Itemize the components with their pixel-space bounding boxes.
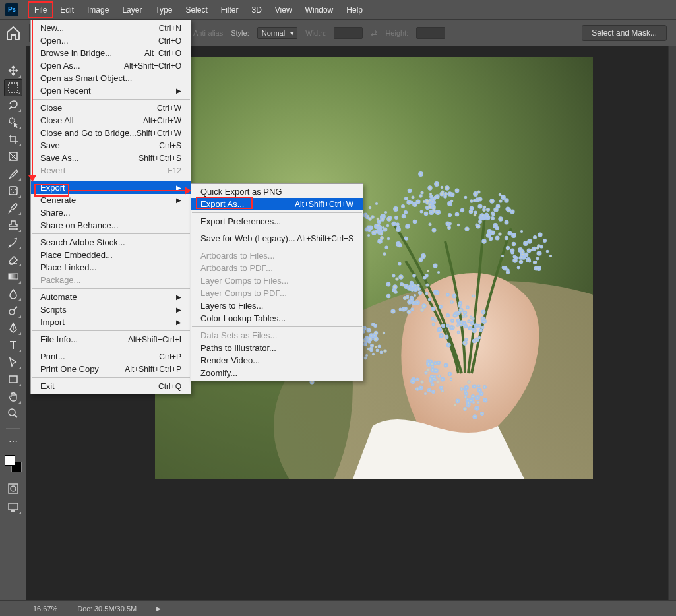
menu-filter[interactable]: Filter — [214, 1, 245, 18]
menu-3d[interactable]: 3D — [245, 1, 268, 18]
file-menu-open[interactable]: Open...Ctrl+O — [31, 34, 191, 47]
file-menu-save-as[interactable]: Save As...Shift+Ctrl+S — [31, 152, 191, 164]
svg-point-776 — [464, 312, 466, 313]
file-menu-new[interactable]: New...Ctrl+N — [31, 22, 191, 34]
export-menu-artboards-to-pdf: Artboards to PDF... — [191, 262, 363, 274]
export-menu-quick-export-as-png[interactable]: Quick Export as PNG — [191, 185, 363, 198]
menu-image[interactable]: Image — [80, 1, 115, 18]
file-menu-browse-in-bridge[interactable]: Browse in Bridge...Alt+Ctrl+O — [31, 47, 191, 59]
svg-point-288 — [446, 187, 448, 189]
svg-point-122 — [388, 238, 389, 239]
dodge-tool[interactable] — [4, 302, 22, 319]
menu-edit[interactable]: Edit — [53, 1, 80, 18]
file-menu-place-embedded[interactable]: Place Embedded... — [31, 249, 191, 261]
zoom-level[interactable]: 16.67% — [33, 605, 57, 613]
svg-point-768 — [472, 323, 473, 324]
color-swatches[interactable] — [5, 455, 22, 472]
quickmask-icon[interactable] — [4, 480, 22, 497]
lasso-tool[interactable] — [4, 96, 22, 113]
svg-point-446 — [503, 197, 504, 198]
export-menu-color-lookup-tables[interactable]: Color Lookup Tables... — [191, 312, 363, 324]
svg-point-592 — [408, 311, 410, 313]
export-menu-zoomify[interactable]: Zoomify... — [191, 367, 363, 379]
frame-tool[interactable] — [4, 148, 22, 165]
screenmode-icon[interactable] — [4, 499, 22, 516]
file-menu-print[interactable]: Print...Ctrl+P — [31, 350, 191, 363]
export-menu-render-video[interactable]: Render Video... — [191, 354, 363, 367]
svg-point-322 — [431, 196, 432, 197]
export-menu-export-preferences[interactable]: Export Preferences... — [191, 215, 363, 228]
svg-point-566 — [409, 301, 410, 303]
export-menu-layers-to-files[interactable]: Layers to Files... — [191, 299, 363, 312]
file-menu-export[interactable]: Export▶ — [31, 181, 191, 194]
blur-tool[interactable] — [4, 285, 22, 302]
svg-point-1068 — [485, 400, 486, 401]
svg-point-228 — [407, 226, 408, 227]
eyedropper-tool[interactable] — [4, 165, 22, 182]
foreground-swatch[interactable] — [5, 455, 15, 466]
svg-point-508 — [507, 247, 508, 249]
svg-point-196 — [372, 216, 373, 218]
history-brush-tool[interactable] — [4, 233, 22, 251]
zoom-tool[interactable] — [4, 405, 22, 422]
menu-select[interactable]: Select — [179, 1, 214, 18]
marquee-tool[interactable] — [4, 79, 22, 96]
file-menu-exit[interactable]: ExitCtrl+Q — [31, 380, 191, 392]
file-menu-share[interactable]: Share... — [31, 206, 191, 219]
file-menu-save[interactable]: SaveCtrl+S — [31, 139, 191, 152]
statusbar-arrow-icon[interactable]: ▶ — [156, 605, 161, 612]
svg-point-334 — [447, 223, 448, 224]
export-menu-separator — [192, 247, 362, 247]
menu-type[interactable]: Type — [148, 1, 179, 18]
svg-point-388 — [479, 199, 481, 200]
stamp-tool[interactable] — [4, 216, 22, 233]
menu-view[interactable]: View — [268, 1, 299, 18]
file-menu-print-one-copy[interactable]: Print One CopyAlt+Shift+Ctrl+P — [31, 363, 191, 375]
svg-point-1046 — [457, 400, 458, 402]
file-menu-open-recent[interactable]: Open Recent▶ — [31, 84, 191, 97]
file-menu-open-as[interactable]: Open As...Alt+Shift+Ctrl+O — [31, 59, 191, 72]
right-panel-collapsed[interactable] — [668, 46, 676, 600]
brush-tool[interactable] — [4, 199, 22, 216]
svg-point-310 — [420, 173, 421, 175]
menu-layer[interactable]: Layer — [115, 1, 148, 18]
menu-file[interactable]: File — [28, 1, 53, 18]
export-menu-paths-to-illustrator[interactable]: Paths to Illustrator... — [191, 342, 363, 354]
menu-help[interactable]: Help — [340, 1, 369, 18]
export-menu-export-as[interactable]: Export As...Alt+Shift+Ctrl+W — [191, 198, 363, 210]
home-icon[interactable] — [5, 25, 21, 41]
file-menu-file-info[interactable]: File Info...Alt+Shift+Ctrl+I — [31, 333, 191, 346]
file-menu-open-as-smart-object[interactable]: Open as Smart Object... — [31, 72, 191, 84]
file-menu-scripts[interactable]: Scripts▶ — [31, 303, 191, 316]
file-menu-share-on-behance[interactable]: Share on Behance... — [31, 219, 191, 231]
svg-point-638 — [423, 305, 425, 307]
file-menu-place-linked[interactable]: Place Linked... — [31, 261, 191, 274]
file-menu-close-all[interactable]: Close AllAlt+Ctrl+W — [31, 114, 191, 127]
eraser-tool[interactable] — [4, 251, 22, 268]
file-menu-close[interactable]: CloseCtrl+W — [31, 102, 191, 114]
quick-select-tool[interactable] — [4, 113, 22, 131]
file-menu-import[interactable]: Import▶ — [31, 316, 191, 328]
svg-point-212 — [395, 208, 396, 210]
style-select[interactable]: Normal ▾ — [257, 27, 297, 39]
crop-tool[interactable] — [4, 131, 22, 148]
file-menu-generate[interactable]: Generate▶ — [31, 194, 191, 206]
edit-toolbar-icon[interactable]: ⋯ — [4, 433, 22, 450]
file-menu-search-adobe-stock[interactable]: Search Adobe Stock... — [31, 236, 191, 249]
healing-tool[interactable] — [4, 182, 22, 199]
path-select-tool[interactable] — [4, 354, 22, 371]
menu-window[interactable]: Window — [299, 1, 340, 18]
type-tool[interactable] — [4, 336, 22, 354]
export-menu-save-for-web-legacy[interactable]: Save for Web (Legacy)...Alt+Shift+Ctrl+S — [191, 232, 363, 245]
file-menu-close-and-go-to-bridge[interactable]: Close and Go to Bridge...Shift+Ctrl+W — [31, 127, 191, 139]
rectangle-tool[interactable] — [4, 371, 22, 388]
select-and-mask-button[interactable]: Select and Mask... — [582, 25, 667, 41]
svg-point-606 — [426, 275, 427, 276]
hand-tool[interactable] — [4, 388, 22, 405]
pen-tool[interactable] — [4, 319, 22, 336]
svg-point-126 — [403, 216, 404, 217]
gradient-tool[interactable] — [4, 268, 22, 285]
file-menu-automate[interactable]: Automate▶ — [31, 291, 191, 303]
move-tool[interactable] — [4, 62, 22, 79]
menubar: Ps FileEditImageLayerTypeSelectFilter3DV… — [0, 0, 676, 20]
